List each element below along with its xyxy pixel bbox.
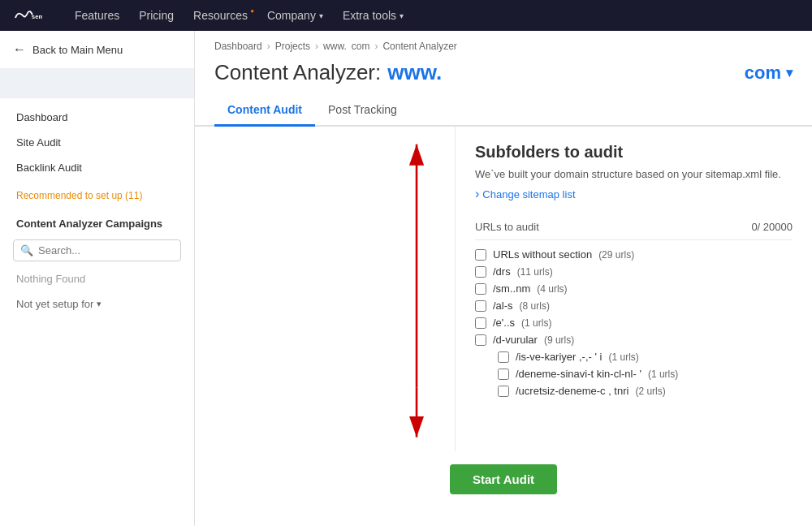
list-item: URLs without section (29 urls) (475, 248, 793, 261)
breadcrumb: Dashboard › Projects › www. com › Conten… (195, 31, 812, 57)
nav-features[interactable]: Features (75, 9, 119, 22)
checkbox-drs[interactable] (475, 266, 486, 278)
sidebar: ← Back to Main Menu Dashboard Site Audit… (0, 31, 195, 526)
item-count: (1 urls) (521, 317, 551, 329)
item-count: (1 urls) (648, 369, 678, 380)
item-count: (9 urls) (544, 334, 574, 346)
sidebar-not-yet[interactable]: Not yet setup for (0, 291, 194, 317)
page-title-url: www. (387, 60, 442, 85)
item-count: (11 urls) (517, 266, 553, 278)
project-selector[interactable]: com (745, 63, 793, 84)
search-icon: 🔍 (20, 244, 33, 257)
tab-content-audit[interactable]: Content Audit (214, 95, 315, 127)
page-title-prefix: Content Analyzer: (214, 60, 381, 85)
content-area: Subfolders to audit We`ve built your dom… (195, 127, 812, 451)
checkbox-e-s[interactable] (475, 317, 486, 329)
list-item: /drs (11 urls) (475, 265, 793, 278)
logo[interactable]: semrush (13, 6, 42, 25)
subfolder-title: Subfolders to audit (475, 143, 793, 162)
urls-audit-row: URLs to audit 0/ 20000 (475, 214, 793, 240)
sidebar-item-dashboard[interactable]: Dashboard (0, 105, 194, 130)
page-header: Content Analyzer: www. com (195, 57, 812, 85)
checkbox-is-ve-kariyer[interactable] (498, 351, 509, 363)
project-name (0, 69, 194, 98)
item-count: (8 urls) (520, 300, 550, 312)
item-count: (1 urls) (608, 351, 638, 363)
sidebar-nothing-found: Nothing Found (0, 266, 194, 291)
item-label: URLs without section (493, 248, 592, 261)
checkbox-deneme-sinavi[interactable] (498, 369, 509, 380)
item-label: /sm..nm (493, 282, 530, 295)
start-audit-row: Start Audit (195, 451, 812, 507)
arrow-svg (195, 127, 455, 451)
list-item: /ucretsiz-deneme-c , tnri (2 urls) (475, 385, 793, 397)
nav-company[interactable]: Company (267, 9, 323, 22)
breadcrumb-www[interactable]: www. (323, 41, 347, 52)
subfolder-desc: We`ve built your domain structure based … (475, 168, 793, 180)
list-item: /d-vurular (9 urls) (475, 334, 793, 346)
item-count: (4 urls) (537, 283, 567, 295)
item-label: /deneme-sinavi-t kin-cl-nl- ' (516, 368, 641, 380)
list-item: /deneme-sinavi-t kin-cl-nl- ' (1 urls) (475, 368, 793, 380)
urls-audit-label: URLs to audit (475, 221, 539, 233)
sidebar-search-container[interactable]: 🔍 (13, 239, 181, 261)
page-title: Content Analyzer: www. (214, 60, 442, 85)
checkbox-urls-without-section[interactable] (475, 249, 486, 261)
list-item: /is-ve-kariyer ,-,- ' i (1 urls) (475, 351, 793, 363)
list-item: /al-s (8 urls) (475, 300, 793, 312)
right-panel: Subfolders to audit We`ve built your dom… (455, 127, 812, 451)
top-nav: semrush Features Pricing Resources Compa… (0, 0, 812, 31)
back-link-label: Back to Main Menu (32, 44, 123, 56)
checkbox-sm-nm[interactable] (475, 283, 486, 295)
sidebar-item-backlink-audit[interactable]: Backlink Audit (0, 155, 194, 180)
item-label: /d-vurular (493, 334, 538, 346)
sidebar-section-title: Content Analyzer Campaigns (0, 208, 194, 235)
item-label: /al-s (493, 300, 513, 312)
search-input[interactable] (38, 244, 174, 257)
subfolder-list: URLs without section (29 urls) /drs (11 … (475, 248, 793, 397)
back-link[interactable]: ← Back to Main Menu (0, 31, 194, 69)
checkbox-al-s[interactable] (475, 300, 486, 312)
item-label: /e'..s (493, 317, 515, 329)
tab-post-tracking[interactable]: Post Tracking (315, 95, 410, 127)
item-count: (2 urls) (635, 386, 665, 397)
list-item: /e'..s (1 urls) (475, 317, 793, 329)
breadcrumb-current: Content Analyzer (382, 41, 456, 52)
change-sitemap-link[interactable]: Change sitemap list (475, 187, 793, 201)
urls-audit-count: 0/ 20000 (751, 221, 793, 233)
nav-pricing[interactable]: Pricing (139, 9, 174, 22)
left-panel (195, 127, 455, 451)
svg-text:semrush: semrush (32, 13, 42, 20)
breadcrumb-projects[interactable]: Projects (275, 41, 310, 52)
nav-extra-tools[interactable]: Extra tools (343, 9, 404, 22)
main-content: Dashboard › Projects › www. com › Conten… (195, 31, 812, 526)
back-arrow-icon: ← (13, 42, 26, 57)
breadcrumb-com[interactable]: com (352, 41, 370, 52)
sidebar-item-site-audit[interactable]: Site Audit (0, 130, 194, 155)
tabs: Content Audit Post Tracking (195, 95, 812, 127)
checkbox-ucretsiz-deneme[interactable] (498, 386, 509, 397)
item-label: /ucretsiz-deneme-c , tnri (516, 385, 628, 397)
item-count: (29 urls) (598, 249, 634, 261)
breadcrumb-dashboard[interactable]: Dashboard (214, 41, 262, 52)
start-audit-button[interactable]: Start Audit (450, 464, 557, 494)
nav-resources[interactable]: Resources (193, 9, 248, 22)
sidebar-menu: Dashboard Site Audit Backlink Audit (0, 98, 194, 187)
item-label: /drs (493, 265, 511, 278)
list-item: /sm..nm (4 urls) (475, 282, 793, 295)
item-label: /is-ve-kariyer ,-,- ' i (516, 351, 602, 363)
checkbox-dvurular[interactable] (475, 334, 486, 346)
recommended-link[interactable]: Recommended to set up (11) (0, 187, 194, 208)
